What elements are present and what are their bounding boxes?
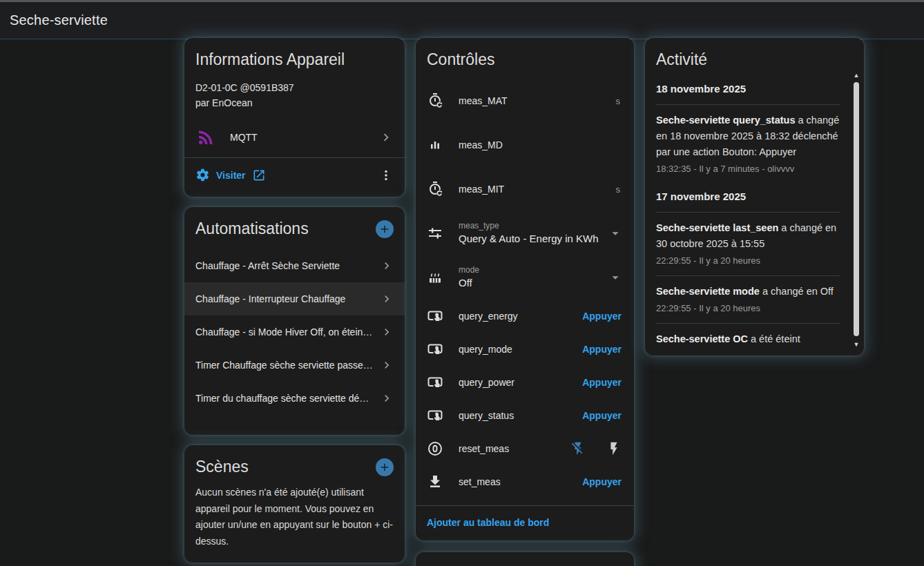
unit-suffix: s — [616, 184, 621, 195]
device-actions-row: Visiter — [184, 158, 405, 192]
activity-text: Seche-serviette last_seen a changé en 30… — [656, 220, 840, 252]
scenes-card: Scènes Aucun scènes n'a été ajouté(e) ut… — [184, 445, 405, 563]
open-in-new-icon — [252, 168, 266, 182]
scroll-down-arrow[interactable]: ▼ — [852, 340, 860, 349]
activity-entry[interactable]: Seche-serviette query_status a changé en… — [656, 104, 840, 184]
chevron-down-icon — [608, 226, 623, 241]
press-button[interactable]: Appuyer — [581, 341, 623, 358]
scroll-up-arrow[interactable]: ▲ — [852, 71, 860, 79]
press-button[interactable]: Appuyer — [581, 474, 623, 490]
automations-title: Automatisations — [195, 219, 309, 238]
control-row-query-energy: query_energy Appuyer — [416, 300, 634, 333]
control-row-meas-mit[interactable]: meas_MIT s — [416, 167, 634, 211]
press-button[interactable]: Appuyer — [581, 308, 623, 324]
mqtt-rss-icon — [195, 127, 216, 148]
add-scene-button[interactable] — [376, 458, 394, 476]
chevron-right-icon — [380, 391, 394, 405]
automation-label: Chauffage - Arrêt Sèche Serviette — [195, 260, 380, 271]
automation-label: Timer Chauffage sèche serviette passe… — [195, 360, 380, 371]
gear-icon — [195, 168, 210, 182]
activity-card: Activité 18 novembre 2025 Seche-serviett… — [645, 38, 864, 355]
scenes-empty-text: Aucun scènes n'a été ajouté(e) utilisant… — [195, 485, 394, 549]
add-automation-button[interactable] — [376, 220, 394, 238]
automation-label: Chauffage - Interrupteur Chauffage — [195, 293, 380, 304]
gesture-tap-button-icon — [427, 341, 443, 358]
controls-title: Contrôles — [416, 50, 634, 69]
controls-card: Contrôles meas_MAT s meas_MD meas_MIT s … — [416, 38, 634, 540]
activity-meta: 22:29:55 - Il y a 20 heures — [656, 302, 840, 315]
automation-item[interactable]: Chauffage - Arrêt Sèche Serviette — [184, 249, 405, 282]
scenes-title: Scènes — [195, 458, 249, 476]
control-row-set-meas: set_meas Appuyer — [416, 465, 634, 498]
automation-item[interactable]: Timer du chauffage sèche serviette dé… — [184, 382, 405, 415]
overflow-menu-button[interactable] — [378, 168, 394, 183]
press-button[interactable]: Appuyer — [581, 407, 623, 424]
activity-entry[interactable]: Seche-serviette OC a été éteint 22:29:55… — [656, 323, 840, 344]
control-name: set_meas — [459, 476, 581, 487]
control-name: query_mode — [459, 344, 581, 355]
radiator-icon — [427, 269, 443, 286]
select-value: Off — [459, 275, 608, 290]
automation-item[interactable]: Timer Chauffage sèche serviette passe… — [184, 349, 405, 382]
automation-item[interactable]: Chauffage - Interrupteur Chauffage — [184, 282, 405, 315]
select-label: meas_type — [459, 221, 608, 231]
control-row-query-status: query_status Appuyer — [416, 399, 634, 432]
timer-sync-icon — [427, 181, 443, 197]
page-title: Seche-serviette — [10, 12, 108, 28]
activity-date-header: 17 novembre 2025 — [656, 184, 840, 212]
tune-icon — [427, 225, 443, 242]
control-name: query_power — [459, 377, 581, 388]
device-manufacturer: par EnOcean — [195, 95, 394, 110]
chevron-right-icon — [380, 358, 394, 372]
gesture-tap-button-icon — [427, 374, 443, 391]
activity-title: Activité — [656, 50, 853, 69]
scrollbar-thumb[interactable] — [854, 82, 859, 336]
chevron-right-icon — [378, 130, 394, 145]
select-label: mode — [459, 265, 608, 275]
activity-text: Seche-serviette query_status a changé en… — [656, 113, 840, 160]
activity-entry[interactable]: Seche-serviette mode a changé en Off 22:… — [656, 275, 840, 323]
activity-meta: 22:29:55 - Il y a 20 heures — [656, 254, 840, 267]
download-icon — [427, 474, 443, 490]
select-value: Query & Auto - Energy in KWh — [459, 231, 608, 246]
visit-link[interactable]: Visiter — [195, 168, 378, 182]
automation-label: Chauffage - si Mode Hiver Off, on étein… — [195, 326, 380, 338]
control-row-meas-md[interactable]: meas_MD — [416, 123, 634, 167]
control-name: query_energy — [459, 311, 581, 322]
device-info-title: Informations Appareil — [195, 50, 394, 69]
visit-label: Visiter — [216, 170, 246, 181]
timer-sync-icon — [427, 92, 443, 109]
control-select-meas-type[interactable]: meas_type Query & Auto - Energy in KWh — [416, 211, 634, 255]
flash-off-icon[interactable] — [569, 440, 587, 458]
control-name: meas_MD — [459, 139, 623, 150]
control-row-query-power: query_power Appuyer — [416, 366, 634, 399]
app-header: Seche-serviette — [0, 0, 924, 39]
chevron-down-icon — [608, 270, 623, 285]
add-to-dashboard-link[interactable]: Ajouter au tableau de bord — [427, 517, 549, 528]
unit-suffix: s — [616, 96, 621, 106]
control-row-reset-meas: reset_meas — [416, 432, 634, 465]
control-name: query_status — [459, 410, 581, 421]
automation-label: Timer du chauffage sèche serviette dé… — [195, 393, 380, 404]
flash-icon[interactable] — [605, 440, 623, 458]
chevron-right-icon — [380, 292, 394, 306]
gesture-tap-button-icon — [427, 407, 443, 424]
activity-date-header: 18 novembre 2025 — [656, 76, 840, 104]
control-row-query-mode: query_mode Appuyer — [416, 333, 634, 366]
activity-text: Seche-serviette mode a changé en Off — [656, 284, 840, 300]
press-button[interactable]: Appuyer — [581, 374, 623, 391]
control-name: meas_MAT — [459, 95, 616, 106]
control-row-meas-mat[interactable]: meas_MAT s — [416, 79, 634, 123]
scrollbar[interactable]: ▲ ▼ — [852, 71, 860, 349]
automation-item[interactable]: Chauffage - si Mode Hiver Off, on étein… — [184, 315, 405, 349]
control-name: meas_MIT — [459, 184, 616, 195]
control-select-mode[interactable]: mode Off — [416, 255, 634, 300]
activity-entry[interactable]: Seche-serviette last_seen a changé en 30… — [656, 212, 840, 275]
control-name: reset_meas — [459, 443, 569, 454]
chart-bar-icon — [427, 137, 443, 153]
partial-card — [416, 552, 634, 566]
numeric-0-circle-icon — [427, 440, 443, 457]
integration-label: MQTT — [230, 132, 378, 143]
integration-mqtt-row[interactable]: MQTT — [184, 120, 405, 155]
device-model: D2-01-0C @0591B387 — [195, 80, 394, 95]
